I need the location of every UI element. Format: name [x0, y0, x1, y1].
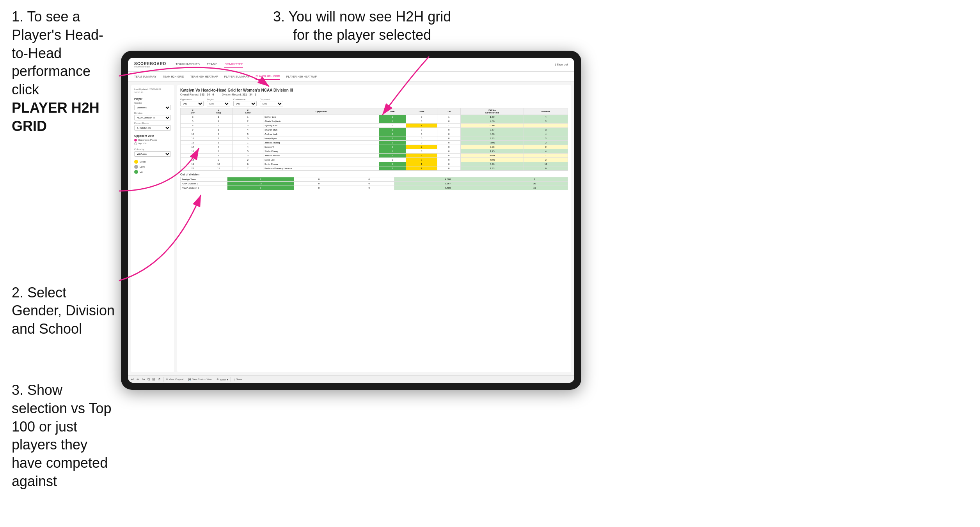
- filter-opponent-label: Opponent: [260, 98, 283, 101]
- undo-icon[interactable]: ↩: [131, 377, 134, 381]
- nav-tournaments[interactable]: TOURNAMENTS: [176, 61, 200, 68]
- out-of-division-title: Out of division: [180, 173, 568, 176]
- instruction-3-left: 3. Show selection vs Top 100 or just pla…: [12, 381, 117, 491]
- cell-rounds: 4: [524, 115, 568, 119]
- cell-win: 1: [379, 119, 406, 124]
- cell-conf: 5: [233, 149, 263, 154]
- cell-conf: 2: [233, 119, 263, 124]
- redo-icon[interactable]: ↪: [142, 377, 145, 381]
- cell-tie: 0: [437, 145, 461, 149]
- out-of-division-table: Foreign Team 1 0 0 4.500 2 NAIA Division…: [180, 177, 568, 190]
- ood-cell-loss: 0: [294, 177, 344, 182]
- watch-btn[interactable]: 👁 Watch ▾: [217, 378, 228, 381]
- radio-opponents-played[interactable]: Opponents Played: [134, 139, 171, 141]
- cell-diff: -0.94: [461, 154, 524, 158]
- filter-opponents-label: Opponents:: [180, 98, 204, 101]
- cell-conf: 6: [233, 162, 263, 166]
- sub-nav-player-summary[interactable]: PLAYER SUMMARY: [224, 74, 250, 80]
- sub-nav-player-h2h-grid[interactable]: PLAYER H2H GRID: [256, 73, 280, 80]
- undo2-icon[interactable]: ↩: [137, 377, 140, 381]
- cell-tie: 1: [437, 124, 461, 128]
- cell-rounds: 2: [524, 158, 568, 162]
- filter-conference-select[interactable]: (All): [233, 101, 257, 106]
- cell-opponent: Jessica Huang: [263, 141, 379, 145]
- nav-committee[interactable]: COMMITTEE: [224, 61, 243, 68]
- cell-win: 4: [379, 162, 406, 166]
- table-container: #Div #Reg #Conf Opponent Win Loss Tie Di…: [180, 108, 568, 369]
- cell-win: 2: [379, 166, 406, 171]
- th-tie: Tie: [437, 108, 461, 115]
- cell-conf: 7: [233, 166, 263, 171]
- toolbar-sep-2: [186, 377, 186, 382]
- filter-opponents-select[interactable]: (All): [180, 101, 204, 106]
- cell-conf: 3: [233, 124, 263, 128]
- grid-title: Katelyn Vo Head-to-Head Grid for Women's…: [180, 88, 568, 92]
- instruction-1-bold: PLAYER H2H GRID: [12, 100, 99, 134]
- ood-cell-win: 1: [227, 177, 294, 182]
- cell-diff: -1.00: [461, 124, 524, 128]
- copy-icon[interactable]: ⧉: [147, 377, 150, 382]
- cell-rounds: 4: [524, 149, 568, 154]
- save-label: Save Custom View: [192, 378, 212, 380]
- cell-conf: 1: [233, 115, 263, 119]
- cell-tie: 0: [437, 141, 461, 145]
- legend-up: Up: [134, 170, 171, 174]
- cell-win: 1: [379, 128, 406, 132]
- filter-region-label: Region: [207, 98, 230, 101]
- cell-div: 13: [181, 141, 205, 145]
- ood-cell-diff: 7.400: [394, 186, 501, 190]
- filter-opponent-select[interactable]: (All): [260, 101, 283, 106]
- cell-loss: 0: [406, 115, 437, 119]
- legend-dot-up: [134, 170, 138, 174]
- cell-tie: 0: [437, 136, 461, 141]
- cell-loss: 1: [406, 124, 437, 128]
- cell-diff: 1.50: [461, 115, 524, 119]
- cell-reg: 11: [205, 166, 232, 171]
- cell-div: 9: [181, 128, 205, 132]
- sub-nav-team-summary[interactable]: TEAM SUMMARY: [134, 74, 156, 80]
- sub-nav-player-h2h-heatmap[interactable]: PLAYER H2H HEATMAP: [286, 74, 317, 80]
- player-rank-select[interactable]: 8. Katelyn Vo: [134, 125, 171, 131]
- cell-reg: 1: [205, 115, 232, 119]
- cell-tie: 0: [437, 149, 461, 154]
- colour-by-select[interactable]: Win/Loss: [134, 151, 171, 157]
- cell-diff: 3.33: [461, 136, 524, 141]
- cell-opponent: Alexis Sudjianto: [263, 119, 379, 124]
- cell-win: 0: [379, 124, 406, 128]
- sub-nav-team-h2h-grid[interactable]: TEAM H2H GRID: [163, 74, 184, 80]
- radio-top-100[interactable]: Top 100: [134, 142, 171, 145]
- gender-select[interactable]: Women's: [134, 105, 171, 110]
- save-custom-view-btn[interactable]: 💾 Save Custom View: [188, 378, 212, 381]
- cell-rounds: 2: [524, 141, 568, 145]
- division-select[interactable]: NCAA Division III: [134, 115, 171, 120]
- radio-dot-top100: [134, 142, 137, 145]
- view-original-btn[interactable]: 👁 View: Original: [166, 378, 183, 380]
- overall-record: Overall Record: 353 - 34 - 6: [180, 93, 214, 96]
- nav-teams[interactable]: TEAMS: [207, 61, 218, 68]
- ood-cell-loss: 0: [294, 182, 344, 186]
- cell-win: 1: [379, 154, 406, 158]
- share-btn[interactable]: ⇧ Share: [233, 378, 242, 381]
- right-panel: Katelyn Vo Head-to-Head Grid for Women's…: [177, 85, 571, 372]
- cell-diff: 0.30: [461, 162, 524, 166]
- cell-opponent: Eunice Yi: [263, 145, 379, 149]
- paste-icon[interactable]: ⊟: [152, 377, 155, 381]
- cell-rounds: 4: [524, 132, 568, 136]
- cell-div: 18: [181, 158, 205, 162]
- filter-region-select[interactable]: (All): [207, 101, 230, 106]
- th-conf: #Conf: [233, 108, 263, 115]
- timestamp: Last Updated: 27/03/202416:55:38: [134, 88, 171, 94]
- nav-sign-out[interactable]: | Sign out: [555, 63, 568, 66]
- cell-reg: 2: [205, 158, 232, 162]
- cell-loss: 0: [406, 149, 437, 154]
- table-row: 5 2 2 Alexis Sudjianto 1 0 0 4.00 3: [181, 119, 568, 124]
- refresh-icon[interactable]: ↺: [158, 377, 161, 381]
- cell-rounds: 9: [524, 145, 568, 149]
- filter-opponent: Opponent (All): [260, 98, 283, 106]
- cell-reg: 1: [205, 141, 232, 145]
- ood-cell-diff: 4.500: [394, 177, 501, 182]
- watch-label: Watch ▾: [220, 378, 228, 381]
- toolbar-sep-1: [163, 377, 163, 382]
- view-icon: 👁: [166, 378, 168, 380]
- sub-nav-team-h2h-heatmap[interactable]: TEAM H2H HEATMAP: [190, 74, 218, 80]
